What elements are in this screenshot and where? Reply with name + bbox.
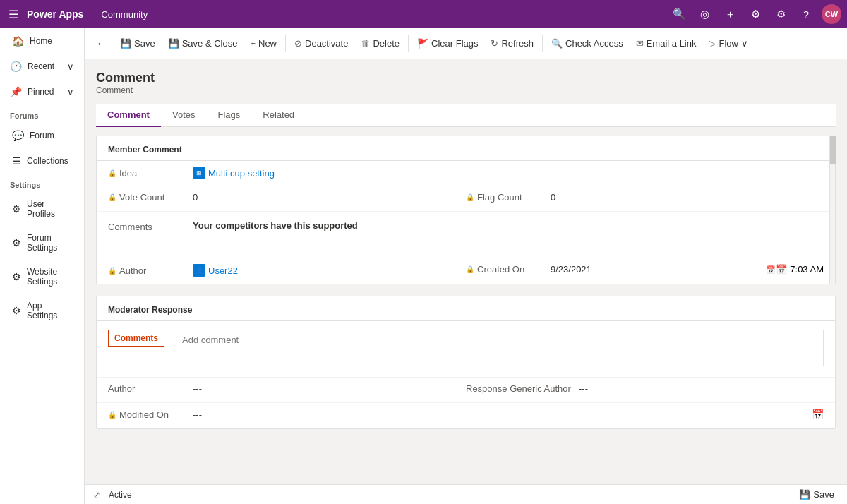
modified-on-row: Modified On --- 📅 (97, 403, 835, 428)
new-button[interactable]: + New (244, 34, 282, 53)
sidebar-label-app-settings: App Settings (27, 301, 74, 320)
user-profiles-icon: ⚙ (12, 203, 21, 215)
sidebar-item-website-settings[interactable]: ⚙ Website Settings (0, 260, 84, 294)
search-icon[interactable]: 🔍 (669, 4, 689, 24)
idea-grid-icon: ⊞ (193, 167, 205, 179)
forum-settings-icon: ⚙ (12, 237, 21, 248)
tab-votes[interactable]: Votes (161, 104, 207, 127)
filter-icon[interactable]: ⚙ (745, 4, 765, 24)
recent-icon: 🕐 (10, 61, 22, 72)
scroll-indicator[interactable] (829, 136, 835, 284)
idea-value: ⊞ Multi cup setting (193, 167, 824, 179)
lock-icon (108, 169, 116, 177)
collections-icon: ☰ (12, 155, 21, 167)
back-button[interactable]: ← (90, 35, 113, 53)
new-icon: + (250, 38, 256, 49)
sidebar-item-app-settings[interactable]: ⚙ App Settings (0, 294, 84, 328)
flow-button[interactable]: ▷ Flow ∨ (703, 34, 753, 53)
created-on-label: Created On (466, 264, 551, 275)
deactivate-button[interactable]: ⊘ Deactivate (289, 34, 354, 53)
add-icon[interactable]: ＋ (720, 4, 740, 24)
vote-count-field: Vote Count 0 (108, 192, 466, 203)
lock-icon-4 (108, 267, 116, 275)
sidebar-label-collections: Collections (27, 156, 68, 166)
delete-label: Delete (373, 38, 400, 49)
lock-icon-6 (108, 411, 116, 419)
page-subtitle: Comment (96, 85, 836, 95)
website-settings-icon: ⚙ (12, 271, 21, 282)
save-close-button[interactable]: 💾 Save & Close (162, 34, 244, 53)
response-generic-author-field: Response Generic Author --- (466, 383, 824, 394)
vote-count-label: Vote Count (108, 192, 193, 203)
flag-count-field: Flag Count 0 (466, 192, 824, 203)
refresh-button[interactable]: ↻ Refresh (485, 34, 539, 53)
comment-textarea[interactable] (176, 330, 824, 366)
flow-chevron-icon: ∨ (741, 38, 748, 49)
tabs-bar: Comment Votes Flags Related (96, 104, 836, 127)
sidebar-label-pinned: Pinned (28, 87, 54, 97)
page-title: Comment (96, 71, 836, 85)
idea-link-text: Multi cup setting (208, 168, 275, 179)
response-generic-label-text: Response Generic Author (466, 383, 571, 394)
delete-icon: 🗑 (361, 38, 370, 49)
author-label: Author (108, 265, 193, 276)
separator-3 (542, 35, 543, 52)
vote-count-value: 0 (193, 192, 466, 203)
lock-icon-3 (466, 193, 474, 201)
sidebar-item-user-profiles[interactable]: ⚙ User Profiles (0, 192, 84, 226)
sidebar-item-pinned[interactable]: 📌 Pinned ∨ (0, 79, 84, 104)
sidebar-label-forum: Forum (30, 131, 54, 140)
command-bar: ← 💾 Save 💾 Save & Close + New ⊘ Deactiva… (85, 28, 847, 59)
idea-link[interactable]: ⊞ Multi cup setting (193, 167, 824, 179)
page-content: Comment Comment Comment Votes Flags Rela… (85, 59, 847, 484)
favorite-icon[interactable]: ◎ (695, 4, 714, 24)
separator-2 (408, 35, 409, 52)
sidebar-item-forum[interactable]: 💬 Forum (0, 123, 84, 148)
sidebar-item-recent[interactable]: 🕐 Recent ∨ (0, 54, 84, 79)
mod-author-row: Author --- Response Generic Author --- (97, 378, 835, 403)
idea-label-text: Idea (119, 168, 137, 179)
avatar[interactable]: CW (822, 4, 841, 24)
sidebar: 🏠 Home 🕐 Recent ∨ 📌 Pinned ∨ Forums 💬 Fo… (0, 28, 85, 504)
hamburger-menu[interactable]: ☰ (6, 5, 21, 24)
tab-related[interactable]: Related (251, 104, 306, 127)
sidebar-label-home: Home (30, 36, 52, 46)
chevron-down-icon: ∨ (67, 61, 74, 72)
help-icon[interactable]: ? (796, 4, 816, 24)
save-close-icon: 💾 (168, 38, 179, 49)
author-label-text: Author (119, 265, 146, 276)
author-link[interactable]: 👤 User22 (193, 264, 466, 277)
user-icon: 👤 (193, 264, 205, 277)
tab-flags[interactable]: Flags (206, 104, 251, 127)
sidebar-label-website-settings: Website Settings (27, 267, 74, 287)
created-on-time: 7:03 AM (790, 264, 824, 275)
check-access-button[interactable]: 🔍 Check Access (546, 34, 629, 53)
clear-flags-button[interactable]: 🚩 Clear Flags (412, 34, 483, 53)
app-logo: Power Apps (27, 8, 83, 20)
mod-author-field: Author --- (108, 383, 466, 394)
top-navigation: ☰ Power Apps Community 🔍 ◎ ＋ ⚙ ⚙ ? CW (0, 0, 847, 28)
delete-button[interactable]: 🗑 Delete (355, 34, 405, 53)
created-on-field: Created On 9/23/2021 📅 7:03 AM (466, 264, 824, 275)
check-access-icon: 🔍 (551, 38, 563, 49)
status-text: Active (109, 490, 795, 500)
modified-on-field: Modified On --- 📅 (108, 409, 824, 420)
idea-field: Idea ⊞ Multi cup setting (108, 167, 824, 179)
settings-icon[interactable]: ⚙ (771, 4, 791, 24)
mod-comments-tab[interactable]: Comments (108, 330, 164, 347)
mod-author-value: --- (193, 383, 466, 394)
app-name: Community (92, 9, 148, 20)
response-generic-value: --- (579, 383, 824, 394)
app-settings-icon: ⚙ (12, 305, 21, 316)
email-link-button[interactable]: ✉ Email a Link (630, 34, 702, 53)
save-button[interactable]: 💾 Save (114, 34, 161, 53)
tab-comment[interactable]: Comment (96, 104, 161, 127)
vote-count-label-text: Vote Count (119, 192, 164, 203)
expand-icon[interactable]: ⤢ (93, 490, 100, 500)
sidebar-item-collections[interactable]: ☰ Collections (0, 148, 84, 174)
sidebar-item-home[interactable]: 🏠 Home (0, 28, 84, 54)
sidebar-item-forum-settings[interactable]: ⚙ Forum Settings (0, 226, 84, 260)
pinned-icon: 📌 (10, 86, 22, 97)
modified-on-label-text: Modified On (119, 409, 169, 420)
status-save-button[interactable]: 💾 Save (795, 488, 839, 501)
